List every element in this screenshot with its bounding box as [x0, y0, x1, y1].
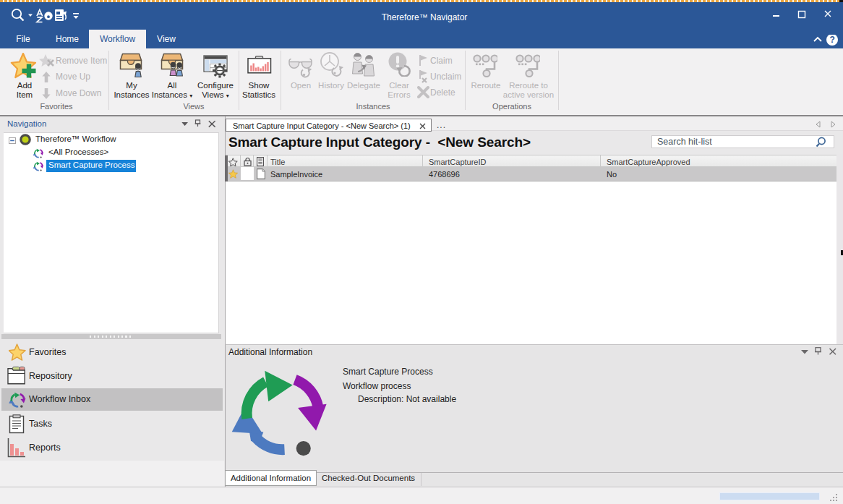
svg-text:?: ? — [829, 35, 834, 45]
